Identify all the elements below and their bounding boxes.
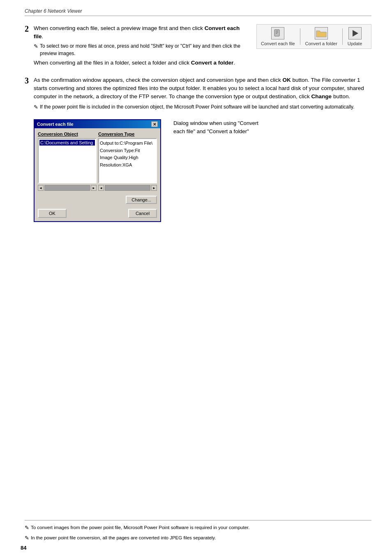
chapter-title: Chapter 6 Network Viewer [25,8,82,14]
col1-scrollbar: ◄ ► [38,185,97,191]
dialog-area: Convert each file ✕ Conversion Object C:… [34,119,371,222]
dialog-col2: Conversion Type Output to:C:\Program Fil… [98,132,157,191]
toolbar-sep-1 [300,28,300,45]
col2-header: Conversion Type [98,132,157,136]
col2-scroll-right[interactable]: ► [151,185,157,191]
step2-text-before: When converting each file, select a prev… [34,25,205,31]
dialog-caption: Dialog window when using "Convert each f… [173,119,264,135]
step2-block: When converting each file, select a prev… [34,24,371,67]
col1-listbox[interactable]: C:\Documents and Setting [38,138,97,183]
toolbar-image: Convert each file Convert a folder [256,24,371,49]
step3-note-text: If the power point file is included in t… [40,103,355,111]
step2-main: When converting each file, select a prev… [34,24,248,41]
dialog-change-area: Change... [35,194,160,207]
update-icon [348,27,362,39]
dialog-columns: Conversion Object C:\Documents and Setti… [38,132,157,191]
footer-note-1: To convert images from the power point f… [25,524,371,532]
svg-rect-0 [274,30,279,36]
step-2-number: 2 [25,24,29,34]
step-3-content: As the confirmation window appears, chec… [34,76,371,222]
col2-listbox[interactable]: Output to:C:\Program File\ Conversion Ty… [98,138,157,183]
col1-item[interactable]: C:\Documents and Setting [39,140,95,146]
step-3-number: 3 [25,76,29,86]
convert-folder-icon [315,27,328,39]
step3-note-icon [34,103,38,111]
step2-second-end: . [233,60,235,66]
col2-item-1: Output to:C:\Program File\ [100,140,155,147]
toolbar-convert-folder-label: Convert a folder [305,41,337,46]
step2-text: When converting each file, select a prev… [34,24,248,67]
toolbar-convert-each: Convert each file [261,27,295,46]
svg-rect-3 [276,33,277,34]
step-2-content: When converting each file, select a prev… [34,24,371,67]
cancel-button[interactable]: Cancel [128,209,157,218]
footer-note-icon-1 [25,524,29,532]
col2-item-3: Image Quality:High [100,154,155,162]
col2-scrollbar: ◄ ► [98,185,157,191]
toolbar-convert-each-label: Convert each file [261,41,295,46]
toolbar-update-label: Update [348,41,362,46]
dialog-close-button[interactable]: ✕ [151,121,158,127]
step3-note: If the power point file is included in t… [34,103,371,111]
footer-note-text-1: To convert images from the power point f… [31,524,249,531]
toolbar-update: Update [348,27,362,46]
step2-period: . [42,33,44,39]
change-button[interactable]: Change... [126,196,157,204]
col1-scroll-left[interactable]: ◄ [38,185,44,191]
step3-main: As the confirmation window appears, chec… [34,76,371,101]
svg-rect-2 [276,32,278,32]
step2-note-text: To select two or more files at once, pre… [40,42,248,57]
dialog-col1: Conversion Object C:\Documents and Setti… [38,132,97,191]
convert-each-icon [271,27,284,39]
update-svg [350,28,360,38]
step3-ok-bold: OK [283,77,291,83]
footer-note-2: In the power point file conversion, all … [25,534,371,543]
footer: To convert images from the power point f… [25,520,371,543]
page-number: 84 [21,545,26,551]
step-3: 3 As the confirmation window appears, ch… [25,76,371,222]
step-2: 2 When converting each file, select a pr… [25,24,371,67]
col2-item-4: Resolution:XGA [100,162,155,169]
footer-note-icon-2 [25,534,29,543]
step2-note: To select two or more files at once, pre… [34,42,248,57]
footer-note-text-2: In the power point file conversion, all … [31,534,216,541]
dialog-titlebar: Convert each file ✕ [35,120,160,128]
step2-note-icon [34,42,38,51]
svg-marker-4 [353,30,358,37]
step3-text-1: As the confirmation window appears, chec… [34,77,283,83]
col1-scroll-right[interactable]: ► [91,185,97,191]
dialog-body: Conversion Object C:\Documents and Setti… [35,128,160,194]
convert-each-svg [273,28,283,38]
col2-scroll-left[interactable]: ◄ [98,185,104,191]
col2-item-2: Conversion Type:Fit [100,147,155,155]
dialog-title: Convert each file [37,122,74,127]
step2-second-text: When converting all the files in a folde… [34,60,191,66]
step2-second-line: When converting all the files in a folde… [34,59,248,67]
step3-text-3: button. [332,93,350,99]
col1-header: Conversion Object [38,132,97,136]
col2-items: Output to:C:\Program File\ Conversion Ty… [100,140,155,169]
svg-rect-1 [276,31,278,31]
ok-button[interactable]: OK [38,209,67,218]
step3-change-bold: Change [311,93,332,99]
col2-scroll-track[interactable] [105,185,150,191]
dialog-bottom: OK Cancel [35,207,160,221]
convert-folder-svg [316,28,327,38]
toolbar-convert-folder: Convert a folder [305,27,337,46]
dialog-window: Convert each file ✕ Conversion Object C:… [34,119,161,222]
toolbar-sep-2 [342,28,343,45]
chapter-header: Chapter 6 Network Viewer [25,8,371,16]
col1-scroll-track[interactable] [44,185,90,191]
step2-convert-folder: Convert a folder [191,60,234,66]
